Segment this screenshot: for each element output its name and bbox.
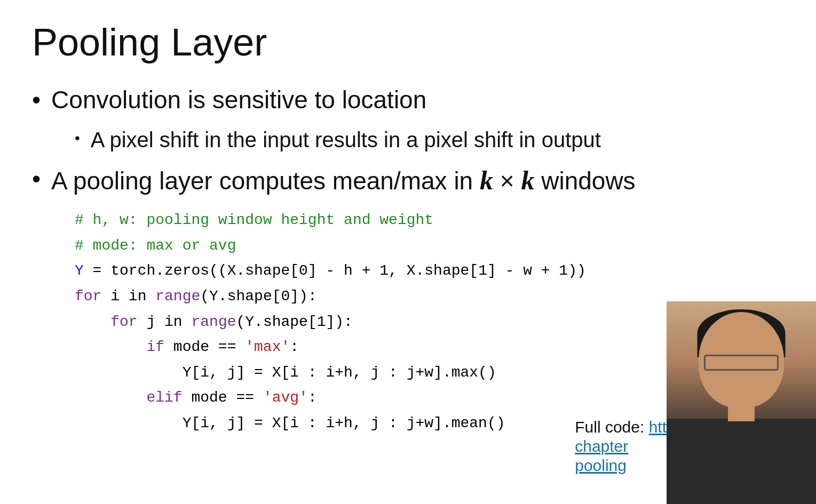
code-line-2: # mode: max or avg <box>75 233 784 259</box>
math-k1: k <box>480 165 493 195</box>
person-glasses <box>704 355 779 371</box>
full-code-line: Full code: htt <box>575 418 667 436</box>
slide-container: Pooling Layer • Convolution is sensitive… <box>0 0 816 504</box>
bullet-text-1: Convolution is sensitive to location <box>51 85 784 116</box>
bottom-right-info: Full code: htt chapter pooling <box>575 418 667 475</box>
sub-bullet-item-1: • A pixel shift in the input results in … <box>75 126 784 153</box>
pooling-link[interactable]: pooling <box>575 457 667 475</box>
sub-bullet-text-1: A pixel shift in the input results in a … <box>91 126 784 153</box>
math-k2: k <box>521 165 534 195</box>
bullet-dot-2: • <box>32 164 41 195</box>
bullet-list: • Convolution is sensitive to location •… <box>32 85 784 197</box>
code-line-3: Y = torch.zeros((X.shape[0] - h + 1, X.s… <box>75 258 784 284</box>
person-neck <box>728 395 755 421</box>
person-overlay <box>667 301 816 504</box>
code-line-1: # h, w: pooling window height and weight <box>75 207 784 233</box>
bullet-item-2: • A pooling layer computes mean/max in k… <box>32 164 784 197</box>
person-face <box>667 301 816 504</box>
full-code-label: Full code: <box>575 418 648 436</box>
person-body <box>667 419 816 504</box>
sub-bullet-dot-1: • <box>75 126 80 150</box>
chapter-link[interactable]: chapter <box>575 437 667 455</box>
bullet-text-2: A pooling layer computes mean/max in k ×… <box>51 164 784 197</box>
slide-title: Pooling Layer <box>32 21 784 63</box>
bullet-item-1: • Convolution is sensitive to location <box>32 85 784 116</box>
bullet-dot-1: • <box>32 85 41 116</box>
full-code-link[interactable]: htt <box>649 418 667 436</box>
